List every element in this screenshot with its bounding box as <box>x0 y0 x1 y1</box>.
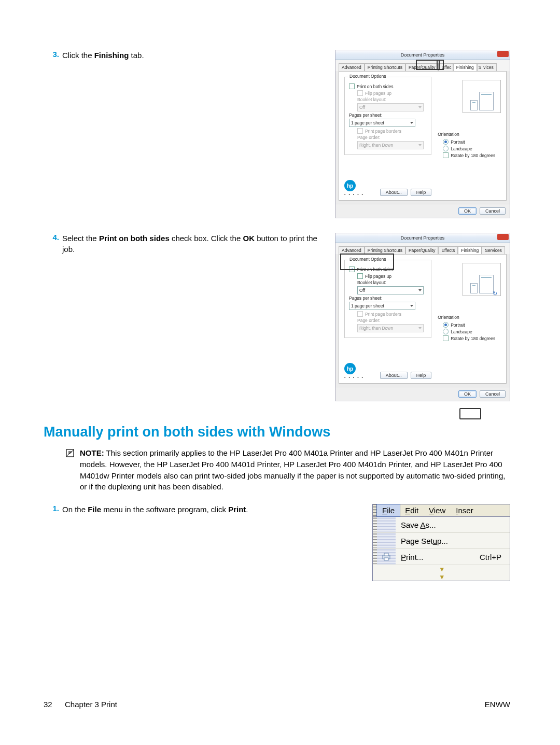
dialog-body: Document Options Print on both sides Fli… <box>339 254 507 384</box>
menu-item-page-setup[interactable]: Page Setup... <box>373 533 510 549</box>
dialog-titlebar: Document Properties <box>335 233 510 243</box>
file-dropdown: Save As... Page Setup... Print... Ctrl+P <box>373 517 510 581</box>
portrait-radio[interactable]: Portrait <box>443 322 501 328</box>
t: menu in the software program, click <box>101 505 228 514</box>
orientation-label: Orientation <box>438 132 501 137</box>
menu-expand[interactable]: ▾▾ <box>373 565 510 581</box>
ok-button[interactable]: OK <box>458 207 477 215</box>
landscape-radio[interactable]: Landscape <box>443 329 501 334</box>
file-menu: File Edit View Inser Save As... Page Set… <box>372 504 510 581</box>
pages-per-sheet-combo[interactable]: 1 page per sheet <box>349 119 415 127</box>
tab-paper-quality[interactable]: Paper/Quality <box>405 63 439 71</box>
t: OK <box>243 234 255 243</box>
print-both-sides-checkbox[interactable]: Print on both sides <box>349 83 427 89</box>
label: Portrait <box>451 139 465 145</box>
shortcut: Ctrl+P <box>480 553 510 561</box>
blank-icon <box>377 517 396 532</box>
grip-icon <box>373 549 377 565</box>
tab-printing-shortcuts[interactable]: Printing Shortcuts <box>365 63 405 71</box>
dialog-title: Document Properties <box>401 52 445 58</box>
tab-services[interactable]: Services <box>482 246 505 254</box>
page-footer: 32 Chapter 3 Print ENWW <box>44 700 510 709</box>
label: Print on both sides <box>357 267 393 272</box>
page-order-label: Page order: <box>357 318 427 323</box>
step-text: Select the Print on both sides check box… <box>62 233 335 255</box>
tab-finishing[interactable]: Finishing <box>453 63 477 71</box>
menu-view[interactable]: View <box>424 504 451 516</box>
hp-logo-icon: hp <box>344 180 356 191</box>
pages-per-sheet-label: Pages per sheet: <box>349 113 427 118</box>
step-number: 1. <box>44 504 62 513</box>
about-button[interactable]: About... <box>380 372 408 379</box>
step-text: On the File menu in the software program… <box>62 504 372 515</box>
tab-effects[interactable]: Effects <box>438 246 458 254</box>
dots: • • • • • <box>344 375 364 379</box>
chapter-label: Chapter 3 Print <box>65 700 117 709</box>
footer-right: ENWW <box>485 700 510 709</box>
label: Landscape <box>451 146 472 151</box>
t: . <box>246 505 248 514</box>
page-order-label: Page order: <box>357 135 427 140</box>
booklet-layout-combo: Off <box>357 103 424 111</box>
landscape-radio[interactable]: Landscape <box>443 146 501 151</box>
tab-advanced[interactable]: Advanced <box>339 246 365 254</box>
cancel-button[interactable]: Cancel <box>480 207 506 215</box>
tab-advanced[interactable]: Advanced <box>339 63 365 71</box>
label: Print on both sides <box>357 84 393 89</box>
t: tab. <box>129 51 144 60</box>
step-text: Click the Finishing tab. <box>62 50 335 61</box>
dialog-title: Document Properties <box>401 235 445 241</box>
step-number: 3. <box>44 50 62 59</box>
rotate-180-checkbox[interactable]: Rotate by 180 degrees <box>443 335 501 341</box>
portrait-radio[interactable]: Portrait <box>443 139 501 145</box>
tab-paper-quality[interactable]: Paper/Quality <box>405 246 439 254</box>
print-page-borders-checkbox: Print page borders <box>357 311 427 317</box>
note-icon <box>65 447 76 460</box>
rotate-180-checkbox[interactable]: Rotate by 180 degrees <box>443 152 501 158</box>
booklet-layout-combo[interactable]: Off <box>357 286 424 294</box>
tab-services[interactable]: Svices <box>477 63 497 71</box>
page-preview-icon <box>463 80 501 113</box>
printer-icon <box>377 549 396 565</box>
label: Rotate by 180 degrees <box>451 153 495 158</box>
group-document-options: Document Options Print on both sides Fli… <box>344 260 431 338</box>
ok-button[interactable]: OK <box>458 390 477 398</box>
t: Print <box>228 505 246 514</box>
flip-pages-up-checkbox[interactable]: Flip pages up <box>357 273 427 279</box>
cancel-button[interactable]: Cancel <box>480 390 506 398</box>
step-1: 1. On the File menu in the software prog… <box>44 504 510 581</box>
menu-item-print[interactable]: Print... Ctrl+P <box>373 549 510 565</box>
tab-effects[interactable]: Effec <box>438 63 453 71</box>
label: Flip pages up <box>365 91 391 96</box>
t: Select the <box>62 234 99 243</box>
booklet-layout-label: Booklet layout: <box>357 97 427 102</box>
note-block: NOTE: This section primarily applies to … <box>65 447 510 493</box>
about-button[interactable]: About... <box>380 189 408 196</box>
page-order-combo: Right, then Down <box>357 141 424 149</box>
t: Finishing <box>94 51 129 60</box>
close-icon[interactable] <box>497 234 509 240</box>
grip-icon <box>373 517 377 532</box>
menu-file[interactable]: File <box>376 504 400 517</box>
menu-edit[interactable]: Edit <box>400 504 424 516</box>
tab-printing-shortcuts[interactable]: Printing Shortcuts <box>365 246 405 254</box>
section-heading: Manually print on both sides with Window… <box>44 424 510 440</box>
pages-per-sheet-combo[interactable]: 1 page per sheet <box>349 302 415 310</box>
step-number: 4. <box>44 233 62 242</box>
close-icon[interactable] <box>497 51 509 57</box>
step-4: 4. Select the Print on both sides check … <box>44 233 510 401</box>
help-button[interactable]: Help <box>411 189 432 196</box>
label: Print page borders <box>365 312 401 317</box>
tab-finishing[interactable]: Finishing <box>458 246 482 254</box>
menu-insert[interactable]: Inser <box>451 504 478 516</box>
page-number: 32 <box>44 700 52 709</box>
dialog-footer: OK Cancel <box>335 204 510 218</box>
print-both-sides-checkbox[interactable]: Print on both sides <box>349 266 427 272</box>
document-properties-dialog: Document Properties Advanced Printing Sh… <box>335 50 510 218</box>
step-3: 3. Click the Finishing tab. Document Pro… <box>44 50 510 218</box>
help-button[interactable]: Help <box>411 372 432 379</box>
page-order-combo: Right, then Down <box>357 324 424 332</box>
menu-item-save-as[interactable]: Save As... <box>373 517 510 533</box>
pages-per-sheet-label: Pages per sheet: <box>349 296 427 301</box>
print-page-borders-checkbox: Print page borders <box>357 128 427 134</box>
